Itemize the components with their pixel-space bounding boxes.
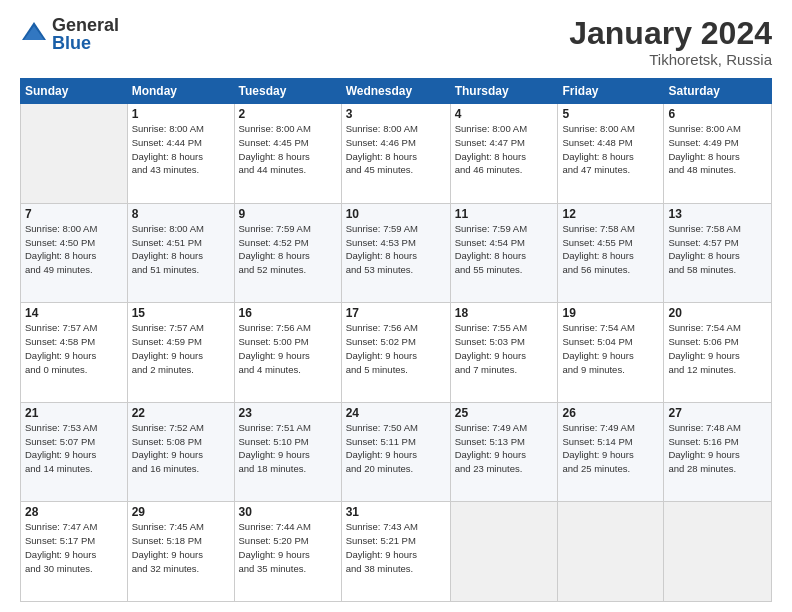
day-number: 17 — [346, 306, 446, 320]
page: General Blue January 2024 Tikhoretsk, Ru… — [0, 0, 792, 612]
day-info: Sunrise: 8:00 AMSunset: 4:51 PMDaylight:… — [132, 222, 230, 277]
title-block: January 2024 Tikhoretsk, Russia — [569, 16, 772, 68]
day-info: Sunrise: 8:00 AMSunset: 4:48 PMDaylight:… — [562, 122, 659, 177]
day-number: 24 — [346, 406, 446, 420]
calendar-cell: 15Sunrise: 7:57 AMSunset: 4:59 PMDayligh… — [127, 303, 234, 403]
day-number: 30 — [239, 505, 337, 519]
calendar-cell: 28Sunrise: 7:47 AMSunset: 5:17 PMDayligh… — [21, 502, 128, 602]
day-number: 16 — [239, 306, 337, 320]
day-number: 10 — [346, 207, 446, 221]
day-info: Sunrise: 7:44 AMSunset: 5:20 PMDaylight:… — [239, 520, 337, 575]
day-info: Sunrise: 7:58 AMSunset: 4:55 PMDaylight:… — [562, 222, 659, 277]
day-number: 14 — [25, 306, 123, 320]
calendar-cell: 31Sunrise: 7:43 AMSunset: 5:21 PMDayligh… — [341, 502, 450, 602]
day-number: 21 — [25, 406, 123, 420]
calendar-cell: 24Sunrise: 7:50 AMSunset: 5:11 PMDayligh… — [341, 402, 450, 502]
day-info: Sunrise: 7:58 AMSunset: 4:57 PMDaylight:… — [668, 222, 767, 277]
day-number: 1 — [132, 107, 230, 121]
calendar-cell — [664, 502, 772, 602]
calendar-cell: 26Sunrise: 7:49 AMSunset: 5:14 PMDayligh… — [558, 402, 664, 502]
calendar-cell: 10Sunrise: 7:59 AMSunset: 4:53 PMDayligh… — [341, 203, 450, 303]
day-info: Sunrise: 7:57 AMSunset: 4:58 PMDaylight:… — [25, 321, 123, 376]
logo-general: General — [52, 16, 119, 34]
calendar-cell: 29Sunrise: 7:45 AMSunset: 5:18 PMDayligh… — [127, 502, 234, 602]
day-info: Sunrise: 7:59 AMSunset: 4:53 PMDaylight:… — [346, 222, 446, 277]
day-number: 5 — [562, 107, 659, 121]
calendar-cell: 6Sunrise: 8:00 AMSunset: 4:49 PMDaylight… — [664, 104, 772, 204]
calendar-cell — [558, 502, 664, 602]
week-row-2: 7Sunrise: 8:00 AMSunset: 4:50 PMDaylight… — [21, 203, 772, 303]
day-info: Sunrise: 7:43 AMSunset: 5:21 PMDaylight:… — [346, 520, 446, 575]
day-number: 20 — [668, 306, 767, 320]
logo-icon — [20, 20, 48, 48]
day-info: Sunrise: 8:00 AMSunset: 4:45 PMDaylight:… — [239, 122, 337, 177]
day-info: Sunrise: 7:53 AMSunset: 5:07 PMDaylight:… — [25, 421, 123, 476]
calendar-cell: 25Sunrise: 7:49 AMSunset: 5:13 PMDayligh… — [450, 402, 558, 502]
day-number: 27 — [668, 406, 767, 420]
calendar-header-row: Sunday Monday Tuesday Wednesday Thursday… — [21, 79, 772, 104]
calendar-cell: 9Sunrise: 7:59 AMSunset: 4:52 PMDaylight… — [234, 203, 341, 303]
calendar-cell: 22Sunrise: 7:52 AMSunset: 5:08 PMDayligh… — [127, 402, 234, 502]
day-number: 6 — [668, 107, 767, 121]
day-info: Sunrise: 8:00 AMSunset: 4:47 PMDaylight:… — [455, 122, 554, 177]
calendar-cell: 30Sunrise: 7:44 AMSunset: 5:20 PMDayligh… — [234, 502, 341, 602]
day-info: Sunrise: 7:47 AMSunset: 5:17 PMDaylight:… — [25, 520, 123, 575]
day-info: Sunrise: 7:57 AMSunset: 4:59 PMDaylight:… — [132, 321, 230, 376]
day-number: 15 — [132, 306, 230, 320]
calendar-cell — [21, 104, 128, 204]
day-number: 3 — [346, 107, 446, 121]
week-row-5: 28Sunrise: 7:47 AMSunset: 5:17 PMDayligh… — [21, 502, 772, 602]
calendar-cell: 13Sunrise: 7:58 AMSunset: 4:57 PMDayligh… — [664, 203, 772, 303]
day-number: 13 — [668, 207, 767, 221]
day-number: 7 — [25, 207, 123, 221]
calendar-cell: 7Sunrise: 8:00 AMSunset: 4:50 PMDaylight… — [21, 203, 128, 303]
day-number: 18 — [455, 306, 554, 320]
col-sunday: Sunday — [21, 79, 128, 104]
day-info: Sunrise: 7:56 AMSunset: 5:00 PMDaylight:… — [239, 321, 337, 376]
day-info: Sunrise: 7:49 AMSunset: 5:13 PMDaylight:… — [455, 421, 554, 476]
calendar-cell: 1Sunrise: 8:00 AMSunset: 4:44 PMDaylight… — [127, 104, 234, 204]
day-number: 25 — [455, 406, 554, 420]
day-number: 11 — [455, 207, 554, 221]
day-info: Sunrise: 8:00 AMSunset: 4:46 PMDaylight:… — [346, 122, 446, 177]
col-monday: Monday — [127, 79, 234, 104]
day-number: 22 — [132, 406, 230, 420]
calendar-cell: 23Sunrise: 7:51 AMSunset: 5:10 PMDayligh… — [234, 402, 341, 502]
col-wednesday: Wednesday — [341, 79, 450, 104]
day-info: Sunrise: 7:50 AMSunset: 5:11 PMDaylight:… — [346, 421, 446, 476]
day-info: Sunrise: 7:59 AMSunset: 4:52 PMDaylight:… — [239, 222, 337, 277]
day-info: Sunrise: 7:45 AMSunset: 5:18 PMDaylight:… — [132, 520, 230, 575]
calendar: Sunday Monday Tuesday Wednesday Thursday… — [20, 78, 772, 602]
day-number: 23 — [239, 406, 337, 420]
calendar-cell: 3Sunrise: 8:00 AMSunset: 4:46 PMDaylight… — [341, 104, 450, 204]
col-saturday: Saturday — [664, 79, 772, 104]
calendar-cell: 20Sunrise: 7:54 AMSunset: 5:06 PMDayligh… — [664, 303, 772, 403]
day-number: 19 — [562, 306, 659, 320]
week-row-3: 14Sunrise: 7:57 AMSunset: 4:58 PMDayligh… — [21, 303, 772, 403]
day-info: Sunrise: 7:48 AMSunset: 5:16 PMDaylight:… — [668, 421, 767, 476]
calendar-cell: 27Sunrise: 7:48 AMSunset: 5:16 PMDayligh… — [664, 402, 772, 502]
calendar-cell: 19Sunrise: 7:54 AMSunset: 5:04 PMDayligh… — [558, 303, 664, 403]
calendar-cell: 16Sunrise: 7:56 AMSunset: 5:00 PMDayligh… — [234, 303, 341, 403]
day-number: 12 — [562, 207, 659, 221]
day-number: 2 — [239, 107, 337, 121]
day-info: Sunrise: 7:56 AMSunset: 5:02 PMDaylight:… — [346, 321, 446, 376]
day-info: Sunrise: 8:00 AMSunset: 4:44 PMDaylight:… — [132, 122, 230, 177]
day-number: 31 — [346, 505, 446, 519]
day-number: 9 — [239, 207, 337, 221]
day-info: Sunrise: 7:55 AMSunset: 5:03 PMDaylight:… — [455, 321, 554, 376]
logo-text: General Blue — [52, 16, 119, 52]
day-info: Sunrise: 8:00 AMSunset: 4:49 PMDaylight:… — [668, 122, 767, 177]
day-info: Sunrise: 7:49 AMSunset: 5:14 PMDaylight:… — [562, 421, 659, 476]
calendar-cell: 21Sunrise: 7:53 AMSunset: 5:07 PMDayligh… — [21, 402, 128, 502]
calendar-cell: 14Sunrise: 7:57 AMSunset: 4:58 PMDayligh… — [21, 303, 128, 403]
logo-blue: Blue — [52, 34, 119, 52]
day-number: 26 — [562, 406, 659, 420]
calendar-cell — [450, 502, 558, 602]
calendar-cell: 2Sunrise: 8:00 AMSunset: 4:45 PMDaylight… — [234, 104, 341, 204]
calendar-cell: 4Sunrise: 8:00 AMSunset: 4:47 PMDaylight… — [450, 104, 558, 204]
col-thursday: Thursday — [450, 79, 558, 104]
calendar-cell: 18Sunrise: 7:55 AMSunset: 5:03 PMDayligh… — [450, 303, 558, 403]
day-info: Sunrise: 7:59 AMSunset: 4:54 PMDaylight:… — [455, 222, 554, 277]
calendar-cell: 17Sunrise: 7:56 AMSunset: 5:02 PMDayligh… — [341, 303, 450, 403]
